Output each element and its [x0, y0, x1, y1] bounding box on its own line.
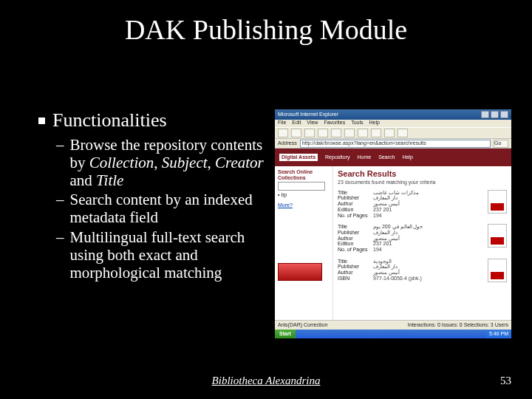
home-button[interactable] — [331, 129, 341, 137]
result-item: Titleالوجودية Publisherدار المعارف Autho… — [338, 259, 507, 282]
more-link[interactable]: More? — [278, 202, 330, 208]
nav-search[interactable]: Search — [378, 154, 395, 160]
go-button[interactable]: Go — [494, 140, 508, 148]
system-tray: 5:46 PM — [486, 330, 511, 338]
address-input[interactable]: http://dak/browse.aspx?lang=en&action=se… — [300, 140, 491, 148]
label-title: Title — [338, 190, 373, 196]
favorites-button[interactable] — [358, 129, 368, 137]
label-author: Author — [338, 201, 373, 207]
label-author: Author — [338, 236, 373, 242]
site-banner: Digital Assets Repository Home Search He… — [275, 149, 511, 166]
maximize-icon[interactable] — [491, 111, 499, 118]
sidebar: Search Online Collections • bp More? — [275, 166, 333, 321]
pdf-icon[interactable] — [488, 224, 507, 248]
section-heading: Functionalities — [52, 109, 167, 132]
bullet2-text: Search content by an indexed metadata fi… — [70, 191, 268, 226]
status-right: Interactions: 0 Issues: 0 Selections: 3 … — [408, 322, 508, 328]
sub-bullet: – Multilingual full-text search using bo… — [56, 228, 267, 282]
site-logo: Digital Assets — [279, 154, 318, 161]
promo-image[interactable] — [278, 263, 322, 281]
forward-button[interactable] — [291, 129, 301, 137]
label-author: Author — [338, 270, 373, 276]
result-title[interactable]: حول العالم في 200 يوم — [373, 224, 423, 229]
slide-number: 53 — [500, 375, 511, 387]
print-button[interactable] — [398, 129, 408, 137]
label-publisher: Publisher — [338, 195, 373, 201]
square-bullet-icon — [38, 117, 45, 124]
bullet1-italic-creator: Creator — [215, 154, 264, 171]
sub-bullet: – Search content by an indexed metadata … — [56, 191, 267, 226]
sep: and — [70, 171, 97, 189]
sidebar-term: • bp — [278, 192, 330, 198]
toolbar — [275, 127, 511, 139]
result-item: Titleمذكرات شاب غاضب Publisherدار المعار… — [338, 190, 507, 218]
address-label: Address — [278, 140, 297, 146]
pdf-icon[interactable] — [488, 259, 507, 282]
label-title: Title — [338, 224, 373, 230]
label-pages: No. of Pages — [338, 247, 373, 253]
result-title[interactable]: مذكرات شاب غاضب — [373, 190, 419, 195]
bullet3-text: Multilingual full-text search using both… — [70, 228, 268, 282]
label-edition: Edition — [338, 207, 373, 213]
dash-icon: – — [56, 136, 64, 154]
embedded-screenshot: Microsoft Internet Explorer File Edit Vi… — [275, 109, 511, 338]
nav-home[interactable]: Home — [358, 154, 372, 160]
dash-icon: – — [56, 228, 64, 246]
sub-bullet: – Browse the repository contents by Coll… — [56, 136, 267, 189]
start-button[interactable]: Start — [275, 330, 296, 338]
stop-button[interactable] — [304, 129, 315, 137]
footer-caption: Bibliotheca Alexandrina — [0, 375, 532, 387]
bullet1-italic-subject: Subject — [162, 154, 208, 171]
sep: , — [208, 154, 216, 171]
status-left: Anis(DAR) Correction — [278, 322, 327, 328]
sep: , — [154, 154, 162, 171]
label-pages: No. of Pages — [338, 213, 373, 219]
address-bar: Address http://dak/browse.aspx?lang=en&a… — [275, 139, 511, 149]
results-heading: Search Results — [338, 169, 507, 178]
history-button[interactable] — [371, 129, 381, 137]
bullet1-italic-title: Title — [96, 171, 123, 189]
result-title[interactable]: الوجودية — [373, 259, 392, 264]
search-button[interactable] — [344, 129, 355, 137]
status-bar: Anis(DAR) Correction Interactions: 0 Iss… — [275, 320, 511, 330]
label-publisher: Publisher — [338, 230, 373, 236]
result-item: Titleحول العالم في 200 يوم Publisherدار … — [338, 224, 507, 252]
menu-edit[interactable]: Edit — [292, 120, 301, 127]
menu-file[interactable]: File — [278, 120, 286, 127]
label-isbn: ISBN — [338, 276, 373, 282]
back-button[interactable] — [278, 129, 288, 137]
label-title: Title — [338, 259, 373, 265]
taskbar: Start 5:46 PM — [275, 330, 511, 338]
slide-body: Functionalities – Browse the repository … — [38, 109, 267, 283]
refresh-button[interactable] — [318, 129, 328, 137]
search-input[interactable] — [278, 182, 325, 191]
sub-bullet-list: – Browse the repository contents by Coll… — [56, 136, 267, 282]
site-brand-suffix: Repository — [325, 154, 349, 160]
results-panel: Search Results 23 documents found matchi… — [333, 166, 511, 321]
close-icon[interactable] — [500, 111, 508, 118]
window-titlebar: Microsoft Internet Explorer — [275, 109, 511, 120]
sidebar-heading: Search Online Collections — [278, 169, 330, 180]
slide-title: DAK Publishing Module — [0, 13, 532, 46]
window-title: Microsoft Internet Explorer — [278, 112, 338, 117]
label-edition: Edition — [338, 241, 373, 247]
bullet1-italic-collection: Collection — [89, 154, 154, 171]
results-subtitle: 23 documents found matching your criteri… — [338, 180, 507, 185]
menu-tools[interactable]: Tools — [351, 120, 363, 127]
bullet-lvl1: Functionalities — [38, 109, 267, 132]
nav-help[interactable]: Help — [402, 154, 412, 160]
pdf-icon[interactable] — [488, 190, 507, 214]
menu-help[interactable]: Help — [369, 120, 380, 127]
menu-favorites[interactable]: Favorites — [324, 120, 345, 127]
mail-button[interactable] — [384, 129, 395, 137]
dash-icon: – — [56, 191, 64, 208]
label-publisher: Publisher — [338, 264, 373, 270]
menu-bar: File Edit View Favorites Tools Help — [275, 120, 511, 127]
minimize-icon[interactable] — [481, 111, 489, 118]
menu-view[interactable]: View — [307, 120, 318, 127]
